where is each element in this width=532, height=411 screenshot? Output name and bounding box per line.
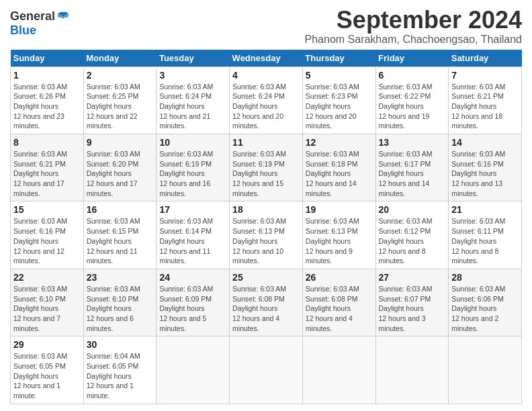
calendar-cell: 9 Sunrise: 6:03 AMSunset: 6:20 PMDayligh…	[83, 134, 157, 201]
calendar-cell: 13 Sunrise: 6:03 AMSunset: 6:17 PMDaylig…	[375, 134, 449, 201]
calendar-cell: 4 Sunrise: 6:03 AMSunset: 6:24 PMDayligh…	[230, 66, 303, 134]
day-detail: Sunrise: 6:04 AMSunset: 6:05 PMDaylight …	[87, 352, 140, 400]
day-number: 20	[379, 204, 446, 215]
calendar-cell: 23 Sunrise: 6:03 AMSunset: 6:10 PMDaylig…	[83, 269, 157, 336]
day-detail: Sunrise: 6:03 AMSunset: 6:19 PMDaylight …	[159, 150, 213, 197]
calendar-cell	[375, 336, 449, 404]
day-detail: Sunrise: 6:03 AMSunset: 6:10 PMDaylight …	[87, 285, 140, 332]
header-monday: Monday	[83, 50, 157, 67]
calendar-week-row: 22 Sunrise: 6:03 AMSunset: 6:10 PMDaylig…	[11, 269, 522, 336]
header-thursday: Thursday	[302, 50, 375, 67]
calendar-cell: 16 Sunrise: 6:03 AMSunset: 6:15 PMDaylig…	[83, 201, 157, 269]
day-detail: Sunrise: 6:03 AMSunset: 6:09 PMDaylight …	[159, 285, 213, 332]
calendar-cell: 18 Sunrise: 6:03 AMSunset: 6:13 PMDaylig…	[230, 201, 303, 269]
day-detail: Sunrise: 6:03 AMSunset: 6:11 PMDaylight …	[451, 217, 505, 265]
day-detail: Sunrise: 6:03 AMSunset: 6:16 PMDaylight …	[13, 217, 67, 265]
calendar-cell: 28 Sunrise: 6:03 AMSunset: 6:06 PMDaylig…	[449, 269, 522, 336]
day-detail: Sunrise: 6:03 AMSunset: 6:19 PMDaylight …	[232, 150, 286, 197]
day-number: 6	[379, 70, 446, 81]
header-saturday: Saturday	[449, 50, 522, 67]
day-number: 19	[306, 204, 373, 215]
day-number: 12	[306, 137, 373, 148]
calendar-cell: 29 Sunrise: 6:03 AMSunset: 6:05 PMDaylig…	[11, 336, 84, 404]
calendar-cell: 27 Sunrise: 6:03 AMSunset: 6:07 PMDaylig…	[375, 269, 449, 336]
calendar-cell: 7 Sunrise: 6:03 AMSunset: 6:21 PMDayligh…	[449, 66, 522, 134]
calendar-cell: 12 Sunrise: 6:03 AMSunset: 6:18 PMDaylig…	[302, 134, 375, 201]
calendar-cell: 3 Sunrise: 6:03 AMSunset: 6:24 PMDayligh…	[157, 66, 230, 134]
day-detail: Sunrise: 6:03 AMSunset: 6:10 PMDaylight …	[13, 285, 67, 332]
day-detail: Sunrise: 6:03 AMSunset: 6:24 PMDaylight …	[159, 83, 213, 130]
calendar-cell: 15 Sunrise: 6:03 AMSunset: 6:16 PMDaylig…	[11, 201, 84, 269]
day-number: 2	[87, 70, 154, 81]
calendar-cell: 21 Sunrise: 6:03 AMSunset: 6:11 PMDaylig…	[449, 201, 522, 269]
day-number: 24	[159, 272, 226, 283]
logo-blue-text: Blue	[10, 24, 36, 38]
day-number: 29	[13, 339, 81, 350]
calendar-week-row: 29 Sunrise: 6:03 AMSunset: 6:05 PMDaylig…	[11, 336, 522, 404]
day-detail: Sunrise: 6:03 AMSunset: 6:13 PMDaylight …	[232, 217, 286, 265]
calendar-week-row: 1 Sunrise: 6:03 AMSunset: 6:26 PMDayligh…	[11, 66, 522, 134]
logo: General Blue	[10, 9, 70, 38]
calendar-cell: 19 Sunrise: 6:03 AMSunset: 6:13 PMDaylig…	[302, 201, 375, 269]
day-number: 23	[87, 272, 154, 283]
logo-bird-icon	[56, 11, 70, 23]
title-section: September 2024 Phanom Sarakham, Chachoen…	[305, 7, 522, 46]
day-detail: Sunrise: 6:03 AMSunset: 6:24 PMDaylight …	[232, 83, 286, 130]
day-number: 30	[87, 339, 154, 350]
day-detail: Sunrise: 6:03 AMSunset: 6:06 PMDaylight …	[451, 285, 505, 332]
day-number: 22	[13, 272, 81, 283]
day-number: 13	[379, 137, 446, 148]
day-number: 3	[159, 70, 226, 81]
day-number: 4	[232, 70, 300, 81]
day-number: 10	[159, 137, 226, 148]
calendar-week-row: 8 Sunrise: 6:03 AMSunset: 6:21 PMDayligh…	[11, 134, 522, 201]
day-number: 1	[13, 70, 81, 81]
day-detail: Sunrise: 6:03 AMSunset: 6:07 PMDaylight …	[379, 285, 433, 332]
day-detail: Sunrise: 6:03 AMSunset: 6:13 PMDaylight …	[306, 217, 359, 265]
calendar-cell: 14 Sunrise: 6:03 AMSunset: 6:16 PMDaylig…	[449, 134, 522, 201]
day-detail: Sunrise: 6:03 AMSunset: 6:14 PMDaylight …	[159, 217, 213, 265]
calendar-header-row: Sunday Monday Tuesday Wednesday Thursday…	[11, 50, 522, 67]
day-number: 15	[13, 204, 81, 215]
calendar-cell: 2 Sunrise: 6:03 AMSunset: 6:25 PMDayligh…	[83, 66, 157, 134]
logo-general-text: General	[10, 9, 55, 24]
day-detail: Sunrise: 6:03 AMSunset: 6:15 PMDaylight …	[87, 217, 140, 265]
day-detail: Sunrise: 6:03 AMSunset: 6:16 PMDaylight …	[451, 150, 505, 197]
day-detail: Sunrise: 6:03 AMSunset: 6:05 PMDaylight …	[13, 352, 67, 400]
day-detail: Sunrise: 6:03 AMSunset: 6:12 PMDaylight …	[379, 217, 433, 265]
calendar-cell: 30 Sunrise: 6:04 AMSunset: 6:05 PMDaylig…	[83, 336, 157, 404]
day-number: 21	[451, 204, 519, 215]
day-detail: Sunrise: 6:03 AMSunset: 6:20 PMDaylight …	[87, 150, 140, 197]
calendar-cell: 11 Sunrise: 6:03 AMSunset: 6:19 PMDaylig…	[230, 134, 303, 201]
day-number: 18	[232, 204, 300, 215]
calendar-cell: 8 Sunrise: 6:03 AMSunset: 6:21 PMDayligh…	[11, 134, 84, 201]
calendar-cell: 17 Sunrise: 6:03 AMSunset: 6:14 PMDaylig…	[157, 201, 230, 269]
calendar-cell: 26 Sunrise: 6:03 AMSunset: 6:08 PMDaylig…	[302, 269, 375, 336]
calendar-cell	[449, 336, 522, 404]
calendar-cell	[230, 336, 303, 404]
calendar-cell: 10 Sunrise: 6:03 AMSunset: 6:19 PMDaylig…	[157, 134, 230, 201]
day-number: 17	[159, 204, 226, 215]
day-number: 11	[232, 137, 300, 148]
calendar-cell: 1 Sunrise: 6:03 AMSunset: 6:26 PMDayligh…	[11, 66, 84, 134]
day-detail: Sunrise: 6:03 AMSunset: 6:23 PMDaylight …	[306, 83, 359, 130]
header-friday: Friday	[375, 50, 449, 67]
day-detail: Sunrise: 6:03 AMSunset: 6:26 PMDaylight …	[13, 83, 67, 130]
calendar-cell: 6 Sunrise: 6:03 AMSunset: 6:22 PMDayligh…	[375, 66, 449, 134]
day-number: 5	[306, 70, 373, 81]
calendar-cell: 25 Sunrise: 6:03 AMSunset: 6:08 PMDaylig…	[230, 269, 303, 336]
calendar-cell	[157, 336, 230, 404]
header-tuesday: Tuesday	[157, 50, 230, 67]
day-number: 14	[451, 137, 519, 148]
calendar-cell: 20 Sunrise: 6:03 AMSunset: 6:12 PMDaylig…	[375, 201, 449, 269]
header-sunday: Sunday	[11, 50, 84, 67]
calendar-cell	[302, 336, 375, 404]
day-detail: Sunrise: 6:03 AMSunset: 6:17 PMDaylight …	[379, 150, 433, 197]
day-number: 27	[379, 272, 446, 283]
day-number: 25	[232, 272, 300, 283]
page-header: General Blue September 2024 Phanom Sarak…	[10, 7, 522, 46]
calendar-cell: 5 Sunrise: 6:03 AMSunset: 6:23 PMDayligh…	[302, 66, 375, 134]
day-number: 16	[87, 204, 154, 215]
calendar-cell: 24 Sunrise: 6:03 AMSunset: 6:09 PMDaylig…	[157, 269, 230, 336]
calendar-cell: 22 Sunrise: 6:03 AMSunset: 6:10 PMDaylig…	[11, 269, 84, 336]
